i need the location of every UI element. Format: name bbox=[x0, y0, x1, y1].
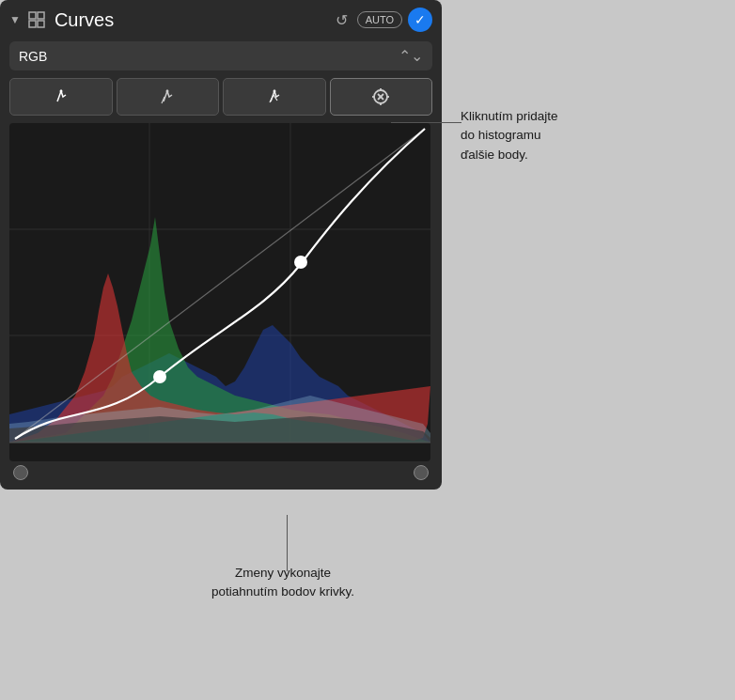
svg-point-21 bbox=[153, 370, 166, 383]
svg-rect-3 bbox=[38, 21, 44, 27]
svg-point-22 bbox=[294, 256, 307, 269]
header-actions: ↺ AUTO ✓ bbox=[332, 8, 432, 32]
black-point-dropper-button[interactable] bbox=[9, 78, 113, 116]
tools-row bbox=[9, 78, 432, 116]
grid-icon bbox=[26, 9, 47, 30]
svg-rect-0 bbox=[29, 12, 36, 19]
callout2-text: Zmeny vykonajte potiahnutím bodov krivky… bbox=[211, 566, 354, 599]
mid-point-dropper-button[interactable] bbox=[117, 78, 220, 116]
callout-add-points: Kliknutím pridajte do histogramu ďalšie … bbox=[461, 107, 558, 164]
channel-label: RGB bbox=[19, 49, 399, 64]
right-scrubber[interactable] bbox=[414, 465, 429, 480]
svg-line-7 bbox=[270, 95, 274, 102]
confirm-button[interactable]: ✓ bbox=[408, 8, 432, 32]
bottom-scrubbers bbox=[9, 465, 432, 480]
collapse-triangle-icon[interactable]: ▼ bbox=[9, 13, 21, 26]
curves-panel: ▼ Curves ↺ AUTO ✓ RGB ⌃⌄ bbox=[0, 0, 442, 490]
callout1-connector-line bbox=[391, 122, 461, 123]
svg-point-4 bbox=[59, 90, 62, 93]
undo-button[interactable]: ↺ bbox=[332, 9, 352, 31]
svg-rect-1 bbox=[38, 12, 44, 19]
callout1-text: Kliknutím pridajte do histogramu ďalšie … bbox=[461, 109, 558, 162]
callout2-connector-line bbox=[287, 515, 288, 571]
page-title: Curves bbox=[55, 9, 332, 31]
svg-point-5 bbox=[166, 90, 169, 93]
channel-arrows-icon[interactable]: ⌃⌄ bbox=[399, 47, 423, 65]
svg-rect-2 bbox=[29, 21, 36, 27]
svg-point-6 bbox=[273, 90, 275, 93]
white-point-dropper-button[interactable] bbox=[223, 78, 326, 116]
add-point-button[interactable] bbox=[330, 78, 433, 116]
channel-selector[interactable]: RGB ⌃⌄ bbox=[9, 41, 432, 70]
left-scrubber[interactable] bbox=[13, 465, 28, 480]
callout-drag-points: Zmeny vykonajte potiahnutím bodov krivky… bbox=[211, 564, 354, 602]
histogram-area[interactable] bbox=[9, 123, 430, 461]
auto-button[interactable]: AUTO bbox=[357, 11, 402, 28]
panel-header: ▼ Curves ↺ AUTO ✓ bbox=[9, 8, 432, 32]
